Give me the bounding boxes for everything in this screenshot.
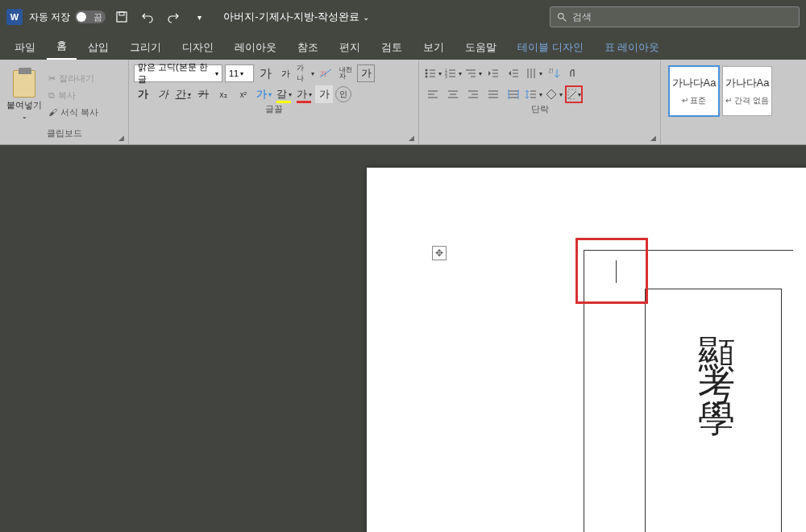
qat-customize[interactable]: ▾ (189, 7, 209, 27)
chevron-down-icon: ⌄ (363, 13, 369, 22)
asian-layout-button[interactable]: ▾ (525, 64, 542, 82)
tab-draw[interactable]: 그리기 (120, 35, 171, 60)
decrease-indent-button[interactable] (484, 64, 502, 82)
bold-button[interactable]: 가 (134, 85, 152, 103)
numbering-button[interactable]: 123▾ (444, 64, 462, 82)
sort-button[interactable]: 긴 (545, 64, 563, 82)
group-paragraph: ▾ 123▾ ▾ ▾ 긴 ▾ ▾ ▾ 단락 ◢ (419, 60, 661, 144)
distribute-button[interactable] (505, 85, 522, 103)
copy-icon: ⧉ (48, 90, 55, 101)
svg-text:긴: 긴 (548, 68, 554, 73)
paste-icon (13, 70, 35, 98)
table-move-handle[interactable]: ✥ (432, 246, 447, 260)
text-cursor (616, 260, 617, 283)
tab-file[interactable]: 파일 (5, 35, 45, 60)
group-label-clipboard: 클립보드 (5, 127, 123, 141)
tab-layout[interactable]: 레이아웃 (225, 35, 286, 60)
shading-button[interactable]: ▾ (545, 85, 563, 103)
hangul-hanja-button[interactable]: 가 (317, 64, 334, 82)
tab-table-layout[interactable]: 표 레이아웃 (595, 35, 670, 60)
group-clipboard: 붙여넣기 ⌄ ✂잘라내기 ⧉복사 🖌서식 복사 클립보드 ◢ (0, 60, 129, 144)
align-center-button[interactable] (444, 85, 462, 103)
enclose-char-button[interactable]: 인 (335, 86, 351, 102)
copy-button[interactable]: ⧉복사 (47, 88, 100, 103)
tab-help[interactable]: 도움말 (455, 35, 506, 60)
format-painter-button[interactable]: 🖌서식 복사 (47, 105, 100, 120)
svg-rect-0 (117, 12, 127, 22)
autosave-toggle[interactable]: 자동 저장 끔 (29, 10, 106, 24)
underline-button[interactable]: 간▾ (174, 85, 192, 103)
chevron-down-icon: ⌄ (22, 113, 27, 120)
toggle-switch[interactable]: 끔 (75, 10, 106, 23)
font-name-combo[interactable]: 맑은 고딕(본문 한글▾ (134, 64, 222, 82)
svg-rect-1 (119, 12, 124, 15)
font-color-button[interactable]: 가▾ (295, 85, 313, 103)
font-size-combo[interactable]: 11▾ (225, 64, 254, 82)
document-area: ✥ 顯考學 (0, 145, 806, 532)
group-label-paragraph: 단락 (424, 103, 655, 117)
toggle-knob (77, 12, 86, 22)
align-left-button[interactable] (424, 85, 442, 103)
brush-icon: 🖌 (48, 107, 57, 117)
strikethrough-button[interactable]: 카 (194, 85, 212, 103)
word-app-icon: W (6, 9, 23, 25)
group-font: 맑은 고딕(본문 한글▾ 11▾ 가 가 가나▾ 가 내전 자 가 가 가 간▾… (129, 60, 419, 144)
undo-button[interactable] (138, 7, 157, 27)
paragraph-launcher[interactable]: ◢ (648, 133, 658, 143)
show-marks-button[interactable] (565, 64, 583, 82)
char-shading-button[interactable]: 가 (315, 85, 333, 103)
tab-home[interactable]: 홈 (47, 34, 77, 60)
grow-font-button[interactable]: 가 (256, 64, 274, 82)
search-input[interactable]: 검색 (550, 6, 800, 27)
clipboard-launcher[interactable]: ◢ (116, 133, 126, 143)
highlight-annotation (575, 238, 648, 304)
search-icon (557, 12, 567, 23)
svg-line-51 (568, 89, 576, 99)
char-border-button[interactable]: 가 (357, 64, 375, 82)
style-item-no-spacing[interactable]: 가나다Aa ↵ 간격 없음 (722, 66, 772, 116)
svg-point-7 (426, 73, 428, 75)
phonetic-guide-button[interactable]: 가나▾ (297, 64, 314, 82)
justify-button[interactable] (484, 85, 502, 103)
group-label-font: 글꼴 (134, 103, 413, 117)
toggle-state: 끔 (93, 11, 102, 23)
shrink-font-button[interactable]: 가 (276, 64, 294, 82)
chevron-down-icon: ▾ (215, 70, 218, 77)
italic-button[interactable]: 가 (154, 85, 172, 103)
svg-line-3 (563, 18, 566, 21)
vertical-text-content[interactable]: 顯考學 (692, 306, 742, 403)
paste-button[interactable]: 붙여넣기 ⌄ (5, 63, 44, 127)
style-item-normal[interactable]: 가나다Aa ↵ 표준 (669, 66, 719, 116)
superscript-button[interactable]: x² (235, 85, 252, 103)
align-right-button[interactable] (464, 85, 482, 103)
tab-insert[interactable]: 삽입 (78, 35, 118, 60)
subscript-button[interactable]: x₂ (214, 85, 232, 103)
line-spacing-button[interactable]: ▾ (525, 85, 542, 103)
text-effects-button[interactable]: 가▾ (255, 85, 272, 103)
tab-view[interactable]: 보기 (413, 35, 454, 60)
chevron-down-icon: ▾ (240, 70, 243, 77)
highlight-button[interactable]: 갈▾ (275, 85, 293, 103)
autosave-label: 자동 저장 (29, 10, 70, 24)
tab-review[interactable]: 검토 (372, 35, 412, 60)
svg-point-5 (426, 69, 428, 72)
scissors-icon: ✂ (48, 73, 56, 84)
save-button[interactable] (112, 7, 131, 27)
borders-button[interactable]: ▾ (565, 85, 583, 103)
tab-mailings[interactable]: 편지 (330, 35, 370, 60)
redo-button[interactable] (164, 7, 183, 27)
svg-text:3: 3 (445, 74, 447, 79)
bullets-button[interactable]: ▾ (424, 64, 442, 82)
cut-button[interactable]: ✂잘라내기 (47, 71, 100, 86)
change-case-button[interactable]: 내전 자 (337, 64, 355, 82)
multilevel-list-button[interactable]: ▾ (464, 64, 482, 82)
svg-point-2 (559, 13, 564, 19)
ribbon: 붙여넣기 ⌄ ✂잘라내기 ⧉복사 🖌서식 복사 클립보드 ◢ 맑은 고딕(본문 … (0, 60, 806, 145)
increase-indent-button[interactable] (505, 64, 522, 82)
tab-references[interactable]: 참조 (288, 35, 328, 60)
tab-design[interactable]: 디자인 (172, 35, 223, 60)
tab-table-design[interactable]: 테이블 디자인 (508, 35, 593, 60)
search-placeholder: 검색 (572, 10, 592, 24)
document-title[interactable]: 아버지-기제사-지방-작성완료 ⌄ (223, 10, 369, 24)
font-launcher[interactable]: ◢ (406, 133, 416, 143)
